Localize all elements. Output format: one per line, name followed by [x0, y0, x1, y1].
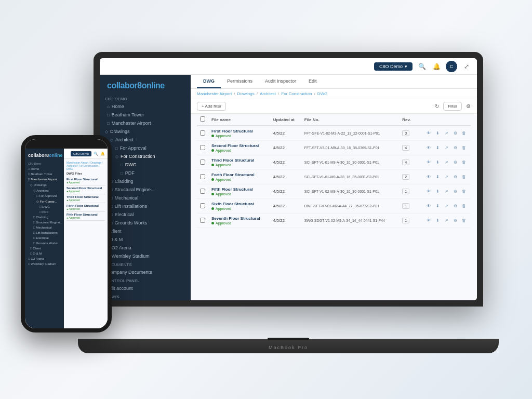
download-icon[interactable]: ⬇	[434, 188, 441, 195]
eye-icon[interactable]: 👁	[425, 188, 432, 195]
sidebar-item-wembley[interactable]: □ Wembley Stadium	[100, 252, 191, 260]
more-icon[interactable]: ⚙	[451, 174, 459, 181]
eye-icon[interactable]: 👁	[425, 174, 432, 181]
phone-sidebar-item-lift[interactable]: □ Lift Installations	[25, 230, 64, 235]
tab-permissions[interactable]: Permissions	[221, 75, 259, 88]
eye-icon[interactable]: 👁	[425, 159, 432, 166]
share-icon[interactable]: ↗	[443, 144, 450, 152]
sidebar-item-mechanical[interactable]: □ Mechanical	[100, 194, 191, 202]
sidebar-item-dwg[interactable]: □ DWG	[100, 161, 191, 169]
share-icon[interactable]: ↗	[443, 188, 450, 195]
phone-file-row-5[interactable]: Fifth Floor Structural ● Approved	[66, 212, 105, 221]
phone-sidebar-item-pdf[interactable]: □ PDF	[25, 209, 64, 215]
sidebar-item-drawings[interactable]: ◇ Drawings	[100, 127, 191, 136]
delete-icon[interactable]: 🗑	[460, 188, 468, 195]
share-icon[interactable]: ↗	[443, 203, 450, 210]
sidebar-item-company-docs[interactable]: Company Documents	[100, 268, 191, 276]
tab-audit-inspector[interactable]: Audit Inspector	[259, 75, 302, 88]
download-icon[interactable]: ⬇	[434, 217, 441, 224]
table-row[interactable]: Fifth Floor Structural Approved 4/5/22 S…	[197, 184, 471, 199]
phone-sidebar-item-architect[interactable]: ◇ Architect	[25, 188, 64, 193]
download-icon[interactable]: ⬇	[434, 144, 441, 152]
col-rev[interactable]: Rev.	[399, 114, 416, 126]
phone-sidebar-item-grounds[interactable]: □ Grounds Works	[25, 241, 64, 246]
more-icon[interactable]: ⚙	[451, 144, 459, 152]
sidebar-item-grounds[interactable]: □ Grounds Works	[100, 219, 191, 227]
select-all-checkbox[interactable]	[200, 116, 205, 122]
table-row[interactable]: Third Floor Structural Approved 4/5/22 S…	[197, 155, 471, 170]
eye-icon[interactable]: 👁	[425, 144, 432, 152]
col-updated[interactable]: Updated at	[270, 114, 301, 126]
table-row[interactable]: Forth Floor Structural Approved 4/5/22 S…	[197, 170, 471, 184]
eye-icon[interactable]: 👁	[425, 217, 432, 224]
phone-sidebar-item-electrical[interactable]: □ Electrical	[25, 235, 64, 241]
phone-file-row-4[interactable]: Forth Floor Structural ● Approved	[66, 203, 105, 212]
phone-sidebar-item-structural[interactable]: □ Structural Engine...	[25, 220, 64, 225]
tab-dwg[interactable]: DWG	[197, 75, 221, 88]
expand-icon[interactable]: ⤢	[461, 61, 472, 72]
breadcrumb-item[interactable]: Manchester Airport	[197, 91, 232, 96]
more-icon[interactable]: ⚙	[451, 203, 459, 210]
sidebar-item-om[interactable]: □ O & M	[100, 235, 191, 244]
more-icon[interactable]: ⚙	[451, 217, 459, 224]
add-filter-button[interactable]: + Add filter	[197, 102, 226, 111]
sidebar-item-lift[interactable]: □ Lift Installations	[100, 202, 191, 210]
more-icon[interactable]: ⚙	[451, 159, 459, 166]
phone-sidebar-item-for-approval[interactable]: □ For Approval	[25, 193, 64, 198]
eye-icon[interactable]: 👁	[425, 130, 432, 137]
phone-sidebar-item-mechanical[interactable]: □ Mechanical	[25, 225, 64, 230]
phone-bell-icon[interactable]: 🔔	[100, 152, 105, 156]
sidebar-item-client[interactable]: □ Client	[100, 227, 191, 235]
delete-icon[interactable]: 🗑	[460, 174, 468, 181]
phone-sidebar-item-client[interactable]: □ Client	[25, 246, 64, 251]
table-row[interactable]: First Floor Structural Approved 4/5/22 F…	[197, 126, 471, 141]
sidebar-item-users[interactable]: Users	[100, 292, 191, 300]
share-icon[interactable]: ↗	[443, 159, 450, 166]
phone-file-row-3[interactable]: Third Floor Structural ● Approved	[66, 194, 105, 203]
sidebar-item-manchester[interactable]: □ Manchester Airport	[100, 119, 191, 127]
sidebar-item-o2arena[interactable]: □ O2 Arena	[100, 244, 191, 252]
row-checkbox[interactable]	[200, 159, 205, 165]
phone-file-row-2[interactable]: Second Floor Structural ● Approved	[66, 185, 105, 194]
settings-icon[interactable]: ⚙	[466, 103, 471, 109]
tab-edit[interactable]: Edit	[302, 75, 323, 88]
table-row[interactable]: Second Floor Structural Approved 4/5/22 …	[197, 141, 471, 155]
breadcrumb-item[interactable]: DWG	[317, 91, 328, 96]
phone-sidebar-item-for-construction[interactable]: ◇ For Constr...	[25, 198, 64, 204]
phone-search-icon[interactable]: 🔍	[94, 152, 98, 156]
download-icon[interactable]: ⬇	[434, 130, 441, 137]
user-menu-button[interactable]: C8O Demo ▾	[374, 62, 413, 71]
table-row[interactable]: Sixth Floor Structural Approved 4/5/22 D…	[197, 199, 471, 214]
share-icon[interactable]: ↗	[443, 130, 450, 137]
breadcrumb-item[interactable]: Drawings	[237, 91, 254, 96]
share-icon[interactable]: ↗	[443, 217, 450, 224]
delete-icon[interactable]: 🗑	[460, 217, 468, 224]
sidebar-item-electrical[interactable]: □ Electrical	[100, 210, 191, 219]
share-icon[interactable]: ↗	[443, 174, 450, 181]
more-icon[interactable]: ⚙	[451, 188, 459, 195]
download-icon[interactable]: ⬇	[434, 174, 441, 181]
phone-sidebar-item-drawings[interactable]: ◇ Drawings	[25, 182, 64, 188]
sidebar-item-architect[interactable]: ◇ Architect	[100, 136, 191, 144]
row-checkbox[interactable]	[200, 189, 205, 194]
delete-icon[interactable]: 🗑	[460, 159, 468, 166]
table-row[interactable]: Seventh Floor Structural Approved 4/5/22…	[197, 214, 471, 228]
phone-sidebar-item-cladding[interactable]: □ Cladding	[25, 215, 64, 220]
row-checkbox[interactable]	[200, 174, 205, 179]
sidebar-item-beatham[interactable]: □ Beatham Tower	[100, 111, 191, 119]
avatar[interactable]: C	[446, 61, 457, 72]
sidebar-item-structural[interactable]: □ Structural Engine...	[100, 185, 191, 194]
sidebar-item-for-approval[interactable]: □ For Approval	[100, 144, 191, 152]
phone-sidebar-item-manchester[interactable]: □ Manchester Airport	[25, 177, 64, 182]
refresh-icon[interactable]: ↻	[435, 103, 439, 109]
row-checkbox[interactable]	[200, 130, 205, 136]
phone-sidebar-item-home[interactable]: ⌂ Home	[25, 166, 64, 171]
delete-icon[interactable]: 🗑	[460, 203, 468, 210]
sidebar-item-edit-account[interactable]: Edit account	[100, 284, 191, 292]
phone-sidebar-item-o2[interactable]: □ O2 Arena	[25, 256, 64, 261]
sidebar-item-pdf[interactable]: □ PDF	[100, 169, 191, 177]
sidebar-item-for-construction[interactable]: ◇ For Construction	[100, 152, 191, 161]
more-icon[interactable]: ⚙	[451, 130, 459, 137]
download-icon[interactable]: ⬇	[434, 203, 441, 210]
phone-sidebar-item-wembley[interactable]: □ Wembley Stadium	[25, 261, 64, 267]
